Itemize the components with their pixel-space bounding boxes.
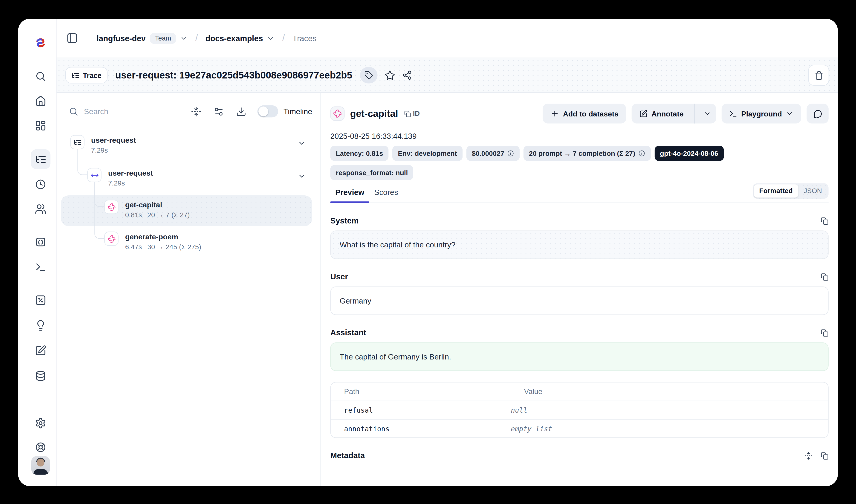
breadcrumb-separator: / xyxy=(195,33,198,44)
breadcrumb-project[interactable]: langfuse-dev xyxy=(97,34,146,42)
chevron-down-icon[interactable] xyxy=(297,172,306,180)
tree-node-generation-selected[interactable]: get-capital 0.81s 20 → 7 (Σ 27) xyxy=(61,195,312,226)
tree-node-trace[interactable]: user-request 7.29s xyxy=(57,132,321,160)
settings-gear-icon[interactable] xyxy=(35,417,46,429)
node-tokens: 20 → 7 (Σ 27) xyxy=(147,210,190,220)
support-lifebuoy-icon[interactable] xyxy=(35,442,46,453)
table-row[interactable]: annotations empty list xyxy=(331,419,828,437)
evaluations-percent-icon[interactable] xyxy=(35,294,46,306)
output-path-table: Path Value refusal null annotations empt… xyxy=(331,382,828,438)
copy-icon xyxy=(820,451,828,460)
generation-chip xyxy=(331,107,345,121)
generation-node-chip xyxy=(104,232,119,246)
pen-square-icon xyxy=(640,110,648,118)
metadata-header: Metadata xyxy=(331,451,828,460)
expand-metadata-button[interactable] xyxy=(804,451,813,460)
table-header-path: Path xyxy=(331,388,511,396)
datasets-database-icon[interactable] xyxy=(35,370,46,382)
sidebar-toggle-icon[interactable] xyxy=(67,33,78,44)
annotate-button[interactable]: Annotate xyxy=(632,104,690,124)
chevron-down-icon xyxy=(786,110,793,118)
annotate-dropdown-button[interactable] xyxy=(698,104,716,124)
breadcrumb-environment[interactable]: docs-examples xyxy=(206,34,263,42)
terminal-icon xyxy=(729,110,737,118)
copy-icon xyxy=(404,110,411,117)
system-message-box: What is the capital of the country? xyxy=(331,231,828,259)
home-icon[interactable] xyxy=(35,95,46,107)
breadcrumb-page[interactable]: Traces xyxy=(292,34,316,42)
unfold-vertical-icon xyxy=(804,451,813,460)
dashboards-icon[interactable] xyxy=(35,120,46,131)
share-button[interactable] xyxy=(402,70,412,80)
copy-system-button[interactable] xyxy=(820,217,828,225)
copy-id-button[interactable]: ID xyxy=(404,110,420,118)
chevron-down-icon[interactable] xyxy=(180,34,188,42)
tokens-value: 20 prompt → 7 completion (Σ 27) xyxy=(529,149,635,157)
list-tree-icon xyxy=(73,138,82,146)
observation-badges-row2: response_format: null xyxy=(331,165,828,180)
annotation-pen-icon[interactable] xyxy=(35,345,46,357)
icon-rail xyxy=(18,19,57,486)
node-name: get-capital xyxy=(125,200,190,210)
users-icon[interactable] xyxy=(35,203,46,215)
copy-user-button[interactable] xyxy=(820,272,828,281)
system-message-text: What is the capital of the country? xyxy=(340,240,456,249)
table-row[interactable]: refusal null xyxy=(331,401,828,419)
assistant-section-header: Assistant xyxy=(331,328,828,337)
chevron-down-icon[interactable] xyxy=(267,34,274,42)
tab-scores[interactable]: Scores xyxy=(369,188,403,202)
playground-button[interactable]: Playground xyxy=(721,104,801,124)
model-badge[interactable]: gpt-4o-2024-08-06 xyxy=(655,146,724,161)
header-actions: Add to datasets Annotate xyxy=(542,104,828,124)
node-name: user-request xyxy=(91,135,136,145)
tree-search-input[interactable] xyxy=(84,107,179,116)
org-logo-icon[interactable] xyxy=(34,36,47,52)
trace-node-chip xyxy=(70,135,85,149)
cost-badge[interactable]: $0.000027 xyxy=(466,146,520,161)
project-type-badge: Team xyxy=(150,33,176,44)
timeline-toggle[interactable] xyxy=(257,105,278,118)
copy-metadata-button[interactable] xyxy=(820,451,828,460)
cost-value: $0.000027 xyxy=(472,149,504,157)
playground-terminal-icon[interactable] xyxy=(35,262,46,273)
add-to-datasets-button[interactable]: Add to datasets xyxy=(542,104,626,124)
view-formatted[interactable]: Formatted xyxy=(754,184,798,197)
message-bubble-icon xyxy=(813,109,822,118)
tab-preview[interactable]: Preview xyxy=(331,188,369,202)
bookmark-star-button[interactable] xyxy=(385,70,395,80)
collapse-all-icon[interactable] xyxy=(191,106,201,116)
trace-tree-panel: Timeline user-request 7.29s xyxy=(57,93,321,486)
tree-node-span[interactable]: user-request 7.29s xyxy=(57,165,321,193)
prompts-file-icon[interactable] xyxy=(35,236,46,248)
tag-icon xyxy=(364,71,373,79)
download-icon[interactable] xyxy=(236,106,246,116)
view-json[interactable]: JSON xyxy=(798,184,827,197)
assistant-message-text: The capital of Germany is Berlin. xyxy=(340,352,451,361)
search-nav-icon[interactable] xyxy=(35,70,46,82)
table-cell-path: refusal xyxy=(331,406,511,414)
copy-icon xyxy=(820,272,828,281)
system-section-header: System xyxy=(331,216,828,225)
node-duration: 0.81s xyxy=(125,210,142,220)
comments-button[interactable] xyxy=(806,104,828,124)
generation-fan-icon xyxy=(107,203,115,211)
tabs-row: Preview Scores Formatted JSON xyxy=(331,188,828,203)
display-settings-icon[interactable] xyxy=(213,106,224,116)
tags-button[interactable] xyxy=(360,67,377,84)
sessions-clock-icon[interactable] xyxy=(35,179,46,190)
search-icon xyxy=(69,107,78,116)
tree-node-generation[interactable]: generate-poem 6.47s 30 → 245 (Σ 275) xyxy=(57,228,321,257)
chevron-down-icon[interactable] xyxy=(297,139,306,147)
span-node-chip xyxy=(87,168,102,182)
tokens-badge[interactable]: 20 prompt → 7 completion (Σ 27) xyxy=(523,146,650,161)
user-avatar[interactable] xyxy=(31,456,50,475)
env-badge: Env: development xyxy=(392,146,462,161)
copy-assistant-button[interactable] xyxy=(820,328,828,337)
tracing-nav-active[interactable] xyxy=(31,149,51,169)
observation-timestamp: 2025-08-25 16:33:44.139 xyxy=(331,132,828,140)
delete-trace-button[interactable] xyxy=(808,65,829,86)
metadata-actions xyxy=(804,451,828,460)
share-icon xyxy=(402,70,412,80)
lightbulb-icon[interactable] xyxy=(35,320,46,331)
move-horizontal-icon xyxy=(90,171,99,179)
